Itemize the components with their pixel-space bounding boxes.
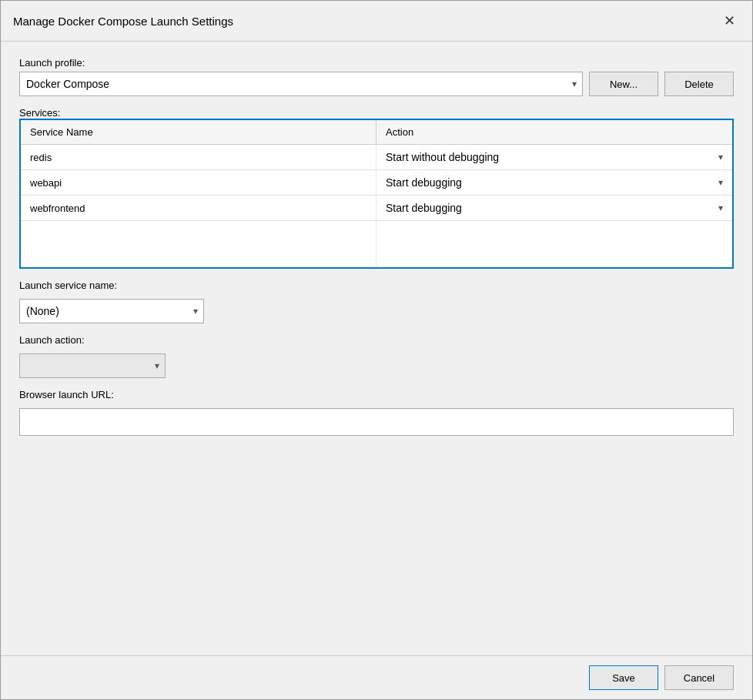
action-arrow-icon-redis: ▾	[718, 152, 723, 162]
launch-profile-label: Launch profile:	[19, 57, 734, 69]
service-name-redis: redis	[21, 145, 376, 169]
browser-url-label: Browser launch URL:	[19, 389, 734, 400]
save-button[interactable]: Save	[589, 665, 658, 690]
service-name-webfrontend: webfrontend	[21, 196, 376, 220]
close-button[interactable]: ✕	[718, 10, 740, 32]
cancel-button[interactable]: Cancel	[664, 665, 734, 690]
empty-cell-1	[21, 221, 376, 267]
title-bar: Manage Docker Compose Launch Settings ✕	[1, 1, 752, 42]
launch-profile-select-wrapper: Docker Compose ▾	[19, 72, 583, 96]
launch-action-label: Launch action:	[19, 334, 734, 346]
launch-service-label: Launch service name:	[19, 280, 734, 291]
col-action: Action	[376, 120, 732, 144]
dialog-content: Launch profile: Docker Compose ▾ New... …	[1, 42, 752, 655]
delete-button[interactable]: Delete	[664, 72, 734, 96]
launch-profile-select[interactable]: Docker Compose	[19, 72, 583, 96]
services-label: Services:	[19, 107, 734, 119]
dialog-title: Manage Docker Compose Launch Settings	[13, 15, 233, 28]
browser-url-input[interactable]	[19, 408, 734, 436]
table-row: webfrontend Start debugging ▾	[21, 196, 732, 221]
services-table: Service Name Action redis Start without …	[19, 119, 734, 269]
service-action-webapi[interactable]: Start debugging ▾	[376, 170, 732, 195]
launch-action-select-wrapper: ▾	[19, 353, 166, 378]
service-action-redis[interactable]: Start without debugging ▾	[376, 145, 732, 169]
launch-service-section: Launch service name: (None) ▾	[19, 280, 734, 323]
launch-action-section: Launch action: ▾	[19, 334, 734, 378]
services-section: Services: Service Name Action redis Star…	[19, 107, 734, 269]
col-service-name: Service Name	[21, 120, 376, 144]
table-header: Service Name Action	[21, 120, 732, 145]
dialog: Manage Docker Compose Launch Settings ✕ …	[0, 0, 753, 700]
action-arrow-icon-webfrontend: ▾	[718, 203, 723, 213]
service-name-webapi: webapi	[21, 170, 376, 195]
table-row: redis Start without debugging ▾	[21, 145, 732, 170]
new-button[interactable]: New...	[589, 72, 658, 96]
table-row: webapi Start debugging ▾	[21, 170, 732, 196]
service-action-webfrontend[interactable]: Start debugging ▾	[376, 196, 732, 220]
launch-service-select-wrapper: (None) ▾	[19, 299, 204, 323]
browser-url-section: Browser launch URL:	[19, 389, 734, 436]
footer: Save Cancel	[1, 655, 752, 699]
launch-service-select[interactable]: (None)	[19, 299, 204, 323]
launch-profile-row: Docker Compose ▾ New... Delete	[19, 72, 734, 96]
launch-profile-section: Launch profile: Docker Compose ▾ New... …	[19, 57, 734, 96]
empty-cell-2	[376, 221, 732, 267]
table-empty-row	[21, 221, 732, 267]
action-arrow-icon-webapi: ▾	[718, 177, 723, 188]
launch-action-select[interactable]	[19, 353, 166, 378]
